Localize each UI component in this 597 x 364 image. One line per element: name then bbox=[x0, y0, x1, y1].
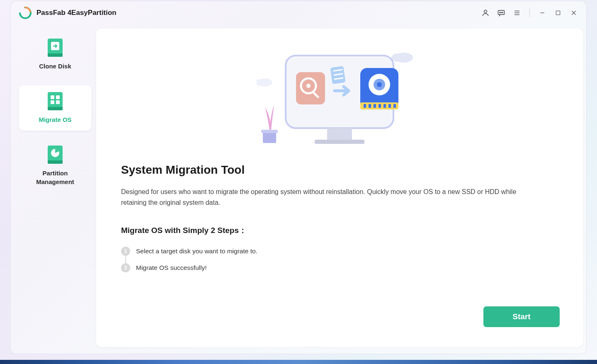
partition-management-icon bbox=[45, 145, 66, 165]
step-row-2: 2 Migrate OS successfully! bbox=[121, 263, 558, 272]
maximize-icon[interactable] bbox=[554, 9, 562, 17]
step-number-badge: 1 bbox=[121, 247, 130, 256]
titlebar-controls bbox=[481, 9, 578, 17]
clone-disk-icon bbox=[45, 38, 66, 58]
svg-point-26 bbox=[391, 53, 404, 62]
svg-rect-43 bbox=[374, 104, 376, 108]
svg-point-1 bbox=[484, 10, 487, 13]
svg-rect-46 bbox=[388, 104, 391, 108]
sidebar-item-label: Migrate OS bbox=[39, 115, 71, 124]
svg-point-3 bbox=[500, 12, 500, 13]
step-connector bbox=[125, 256, 126, 264]
svg-rect-42 bbox=[369, 104, 371, 108]
svg-rect-45 bbox=[383, 104, 386, 108]
sidebar-item-label: Partition Management bbox=[36, 169, 74, 186]
page-title: System Migration Tool bbox=[121, 163, 558, 177]
svg-point-5 bbox=[502, 12, 503, 13]
step-text: Migrate OS successfully! bbox=[136, 264, 207, 272]
svg-rect-47 bbox=[393, 104, 396, 108]
svg-point-50 bbox=[377, 82, 382, 87]
sidebar-item-label: Clone Disk bbox=[39, 62, 71, 70]
page-description: Designed for users who want to migrate t… bbox=[121, 187, 527, 208]
app-title: PassFab 4EasyPartition bbox=[36, 9, 116, 17]
svg-rect-17 bbox=[48, 92, 63, 107]
app-logo-area: PassFab 4EasyPartition bbox=[19, 7, 116, 19]
svg-rect-41 bbox=[364, 104, 366, 108]
sidebar-item-clone-disk[interactable]: Clone Disk bbox=[19, 32, 91, 77]
migrate-os-icon bbox=[45, 91, 66, 112]
svg-rect-19 bbox=[56, 95, 60, 99]
svg-rect-10 bbox=[556, 11, 560, 15]
separator bbox=[529, 9, 530, 17]
svg-rect-31 bbox=[315, 140, 364, 144]
main-panel: System Migration Tool Designed for users… bbox=[96, 29, 583, 347]
svg-rect-52 bbox=[261, 130, 278, 133]
menu-icon[interactable] bbox=[513, 9, 521, 17]
feedback-icon[interactable] bbox=[497, 9, 505, 17]
steps-heading: Migrate OS with Simply 2 Steps： bbox=[121, 225, 558, 236]
svg-rect-20 bbox=[51, 100, 54, 104]
body-area: Clone Disk Migrate OS bbox=[11, 24, 586, 354]
hero-illustration bbox=[121, 45, 558, 149]
close-icon[interactable] bbox=[570, 9, 578, 17]
svg-rect-21 bbox=[56, 100, 60, 104]
step-row-1: 1 Select a target disk you want to migra… bbox=[121, 247, 558, 256]
step-number-badge: 2 bbox=[121, 263, 130, 272]
svg-rect-30 bbox=[327, 128, 352, 141]
step-text: Select a target disk you want to migrate… bbox=[136, 248, 257, 255]
app-logo-icon bbox=[19, 7, 32, 19]
svg-point-34 bbox=[306, 84, 311, 88]
sidebar-item-migrate-os[interactable]: Migrate OS bbox=[19, 85, 91, 131]
svg-point-0 bbox=[19, 7, 32, 19]
user-icon[interactable] bbox=[481, 9, 490, 17]
svg-rect-18 bbox=[51, 95, 54, 99]
app-window: PassFab 4EasyPartition bbox=[10, 1, 587, 354]
sidebar-item-partition-management[interactable]: Partition Management bbox=[19, 139, 91, 193]
steps-list: 1 Select a target disk you want to migra… bbox=[121, 247, 558, 280]
taskbar-hint bbox=[0, 360, 597, 364]
sidebar: Clone Disk Migrate OS bbox=[14, 29, 96, 347]
minimize-icon[interactable] bbox=[538, 9, 546, 17]
svg-point-4 bbox=[501, 12, 502, 13]
svg-rect-51 bbox=[263, 132, 276, 143]
titlebar: PassFab 4EasyPartition bbox=[11, 1, 586, 24]
svg-rect-44 bbox=[379, 104, 381, 108]
start-button[interactable]: Start bbox=[483, 306, 560, 327]
